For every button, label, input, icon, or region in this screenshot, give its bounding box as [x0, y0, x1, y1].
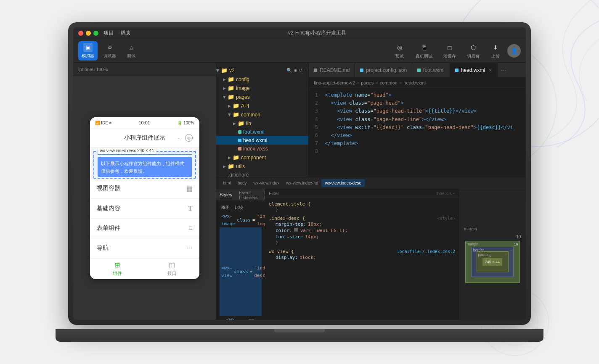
window-close-button[interactable]	[78, 31, 83, 36]
event-listeners-tab[interactable]: Event Listeners	[239, 189, 258, 202]
line-content-6: </view>	[325, 132, 522, 140]
lib-label: lib	[246, 121, 251, 127]
line-num-6: 6	[312, 132, 325, 140]
window-minimize-button[interactable]	[86, 31, 91, 36]
utils-folder-icon: 📁	[228, 163, 234, 169]
line-num-2: 2	[312, 99, 325, 107]
upload-action[interactable]: ⬇ 上传	[486, 41, 505, 61]
tree-component[interactable]: ▶ 📁 component	[216, 153, 308, 162]
tab-project-config[interactable]: project.config.json	[355, 63, 412, 77]
elem-tab-html[interactable]: html	[220, 179, 234, 187]
lib-folder-icon: 📁	[238, 120, 244, 127]
test-button[interactable]: △ 测试	[122, 41, 140, 61]
box-margin-value: 10	[516, 235, 521, 239]
tree-gitignore[interactable]: .gitignore	[216, 171, 308, 177]
css-wx-view-selector: wx-view { localfile:/.index.css:2	[269, 249, 455, 254]
phone-header-actions: ··· ⊕	[178, 134, 194, 142]
avatar[interactable]: 👤	[507, 44, 521, 58]
utils-chevron: ▶	[223, 164, 226, 169]
dom-line-wx-view-desc[interactable]: <wx-view class="index-desc">以下展示小程序官方组件能…	[220, 227, 262, 316]
css-source-style: <style>	[437, 216, 455, 221]
line-num-3: 3	[312, 107, 325, 115]
head-wxml-tab-close[interactable]: ✕	[488, 68, 492, 73]
styles-tab[interactable]: Styles	[220, 190, 232, 199]
tree-foot-wxml[interactable]: foot.wxml	[216, 128, 308, 136]
preview-action[interactable]: ◎ 预览	[390, 41, 409, 61]
file-tree-root[interactable]: ▶ 📁 v2 🔍 ⊕ ↺ ⋯	[216, 66, 308, 75]
tree-common[interactable]: ▶ 📁 common	[216, 110, 308, 119]
css-rule-wx-view: wx-view { localfile:/.index.css:2 displa…	[269, 249, 455, 261]
realtest-action[interactable]: 📱 真机调试	[411, 41, 437, 61]
image-folder-icon: 📁	[228, 85, 234, 91]
menu-project[interactable]: 项目	[103, 29, 114, 37]
dom-line-wx-image[interactable]: <wx-image class="index-logo" src="../res…	[220, 213, 262, 227]
phone-header-circle: ⊕	[185, 134, 193, 142]
tree-lib[interactable]: ▶ 📁 lib	[216, 119, 308, 128]
tree-pages[interactable]: ▶ 📁 pages	[216, 92, 308, 101]
line-content-7: </template>	[325, 140, 522, 148]
simulate-button[interactable]: ▣ 模拟器	[78, 41, 98, 61]
tree-index-wxss[interactable]: index.wxss	[216, 145, 308, 153]
elem-tab-wx-view-index[interactable]: wx-view.index	[250, 179, 283, 187]
tab-head-wxml[interactable]: head.wxml ✕	[450, 63, 498, 77]
component-basic-label: 基础内容	[97, 205, 120, 212]
laptop-body: 项目 帮助 v2-FinClip小程序开发工具 ▣ 模拟器 ⚙ 调试器	[68, 22, 531, 325]
main-content: iphone6 100% 📶 IDE ≈ 10:01 🔋 100%	[73, 63, 526, 320]
css-filter-input[interactable]	[269, 191, 433, 196]
utils-label: utils	[236, 164, 245, 169]
gitignore-label: .gitignore	[228, 172, 249, 177]
styles-area: element.style { } .index-desc { <styl	[265, 198, 459, 320]
tree-api[interactable]: ▶ 📁 API	[216, 101, 308, 110]
tree-image[interactable]: ▶ 📁 image	[216, 84, 308, 92]
head-wxml-label: head.wxml	[243, 137, 267, 143]
editor-tabs: README.md project.config.json foot.wxml	[309, 63, 526, 78]
elem-tab-body[interactable]: body	[234, 179, 250, 187]
component-item-nav[interactable]: 导航 ···	[90, 238, 199, 258]
simulate-icon: ▣	[83, 43, 93, 52]
common-label: common	[241, 112, 260, 118]
breadcrumb-sep1: >	[357, 80, 359, 85]
component-item-basic[interactable]: 基础内容 T	[90, 199, 199, 219]
terminal-action[interactable]: ⬡ 切后台	[463, 41, 484, 61]
breadcrumb-root: fino-applet-demo-v2	[314, 80, 355, 85]
clear-cache-label: 清缓存	[443, 53, 456, 59]
tab-foot-wxml[interactable]: foot.wxml	[412, 63, 450, 77]
gitignore-icon	[223, 173, 226, 177]
foot-wxml-label: foot.wxml	[243, 129, 265, 135]
elem-tab-wx-view-index-hd[interactable]: wx-view.index-hd	[283, 179, 321, 187]
phone-status-bar: 📶 IDE ≈ 10:01 🔋 100%	[90, 117, 199, 129]
phone-nav-api[interactable]: ◫ 接口	[167, 261, 177, 277]
tab-more-button[interactable]: ···	[498, 63, 509, 77]
phone-nav-components[interactable]: ⊞ 组件	[113, 261, 122, 277]
tree-head-wxml[interactable]: head.wxml	[216, 136, 308, 145]
foot-wxml-icon	[238, 130, 241, 134]
laptop-wrapper: 项目 帮助 v2-FinClip小程序开发工具 ▣ 模拟器 ⚙ 调试器	[68, 22, 531, 342]
tree-config[interactable]: ▶ 📁 config	[216, 75, 308, 84]
element-path-tabs: html body wx-view.index wx-view.index-hd…	[216, 177, 526, 189]
tab-readme[interactable]: README.md	[309, 63, 355, 77]
window-maximize-button[interactable]	[93, 31, 98, 36]
terminal-icon: ⬡	[468, 42, 478, 53]
project-config-tab-label: project.config.json	[366, 67, 407, 73]
css-styles-panel: :hov .cls + element.style { }	[265, 189, 459, 320]
menu-help[interactable]: 帮助	[120, 29, 130, 37]
devtools-panel: html body wx-view.index wx-view.index-hd…	[216, 177, 526, 320]
foot-wxml-tab-icon	[417, 69, 421, 72]
code-editor[interactable]: 1 <template name="head"> 2 <view class="…	[309, 88, 526, 177]
component-label: component	[241, 155, 266, 161]
component-view-label: 视图容器	[97, 185, 120, 192]
breadcrumb-sep2: >	[375, 80, 378, 85]
test-icon: △	[127, 43, 136, 52]
elem-tab-wx-view-index-desc[interactable]: wx-view.index-desc	[321, 179, 364, 187]
root-chevron: ▶	[216, 69, 220, 72]
common-chevron: ▶	[228, 113, 232, 116]
test-label: 测试	[127, 53, 135, 59]
tree-utils[interactable]: ▶ 📁 utils	[216, 162, 308, 171]
debug-button[interactable]: ⚙ 调试器	[100, 41, 119, 61]
window-controls	[78, 31, 98, 36]
clear-cache-action[interactable]: ◻ 清缓存	[439, 41, 460, 61]
component-item-view[interactable]: 视图容器 ▦	[90, 179, 199, 199]
debug-label: 调试器	[103, 53, 116, 59]
component-item-form[interactable]: 表单组件 ≡	[90, 219, 199, 238]
css-index-desc-selector: .index-desc { <style>	[269, 216, 455, 221]
